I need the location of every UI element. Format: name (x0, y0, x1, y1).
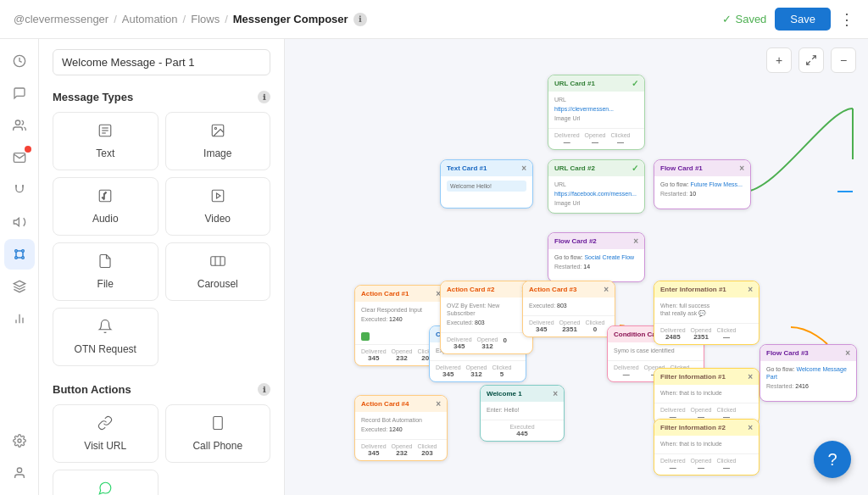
svg-marker-4 (14, 218, 19, 225)
message-types-section: Message Types ℹ Text Image (39, 82, 284, 375)
node-flow-card-2[interactable]: Flow Card #2 × Go to flow: Social Create… (548, 232, 645, 282)
card-file[interactable]: File (53, 242, 159, 301)
expand-canvas-button[interactable] (798, 47, 824, 73)
sidebar-item-users[interactable] (4, 110, 35, 141)
breadcrumb-org[interactable]: @clevermessenger (14, 13, 108, 25)
message-types-grid: Text Image Audio (53, 112, 270, 301)
otn-icon (97, 319, 113, 338)
node-url-card-2[interactable]: URL Card #2 ✓ URL https://facebook.com/m… (548, 159, 645, 214)
main-layout: Message Types ℹ Text Image (0, 39, 868, 495)
topnav-actions: ✓ Saved Save ⋮ (722, 8, 854, 31)
more-options-button[interactable]: ⋮ (839, 10, 854, 29)
sidebar-item-user[interactable] (4, 458, 35, 488)
svg-rect-31 (214, 417, 223, 430)
breadcrumb-current: Messenger Composer (233, 13, 348, 25)
card-call-phone[interactable]: Call Phone (165, 404, 271, 463)
svg-point-5 (14, 250, 17, 253)
breadcrumb-automation[interactable]: Automation (122, 13, 178, 25)
node-enter-information-1[interactable]: Enter Information #1 × When: full succes… (654, 281, 760, 345)
carousel-label: Carousel (198, 278, 238, 290)
svg-line-45 (807, 61, 810, 64)
text-icon (97, 123, 113, 142)
flow-canvas: + − (285, 39, 868, 495)
text-label: Text (96, 147, 114, 159)
carousel-icon (210, 253, 225, 273)
svg-rect-26 (212, 190, 224, 202)
card-visit-url[interactable]: Visit URL (53, 404, 159, 463)
call-phone-label: Call Phone (192, 440, 242, 452)
card-otn[interactable]: OTN Request (53, 308, 159, 366)
sidebar-item-layers[interactable] (4, 271, 35, 302)
add-node-button[interactable]: + (766, 47, 792, 73)
button-actions-grid: Visit URL Call Phone (53, 404, 270, 463)
canvas-toolbar: + − (766, 47, 856, 73)
saved-status: ✓ Saved (722, 13, 766, 25)
zoom-out-button[interactable]: − (831, 47, 856, 73)
svg-point-24 (214, 127, 216, 129)
flow-title-input[interactable] (53, 49, 270, 75)
whatsapp-icon (97, 481, 113, 495)
file-icon (97, 253, 113, 273)
node-url-card-1[interactable]: URL Card #1 ✓ URL https://clevermessen..… (548, 75, 645, 150)
button-actions-header: Button Actions ℹ (53, 383, 270, 396)
svg-point-1 (15, 120, 19, 125)
node-filter-information-2[interactable]: Filter Information #2 × When: that is to… (654, 419, 760, 476)
svg-rect-25 (100, 190, 112, 202)
card-image[interactable]: Image (165, 112, 271, 170)
node-action-card-4[interactable]: Action Card #4 × Record Bot Automation E… (354, 395, 448, 461)
sidebar-item-messages[interactable] (4, 142, 35, 173)
card-carousel[interactable]: Carousel (165, 242, 271, 301)
svg-point-18 (17, 468, 21, 472)
svg-point-7 (21, 257, 24, 259)
card-text[interactable]: Text (53, 112, 159, 170)
button-actions-section: Button Actions ℹ Visit URL Call Phone (39, 375, 284, 495)
svg-marker-13 (14, 281, 25, 286)
node-action-card-2[interactable]: Action Card #2 × OVZ By Event: New Subsc… (440, 281, 533, 354)
save-button[interactable]: Save (775, 8, 831, 31)
checkmark-icon: ✓ (722, 13, 732, 25)
image-icon (210, 123, 225, 142)
svg-marker-27 (216, 193, 220, 198)
breadcrumb-flows[interactable]: Flows (191, 13, 220, 25)
sidebar-item-chart[interactable] (4, 303, 35, 334)
svg-point-6 (21, 250, 24, 253)
video-icon (210, 188, 225, 208)
notification-badge (25, 146, 31, 153)
visit-url-icon (97, 415, 113, 435)
node-flow-card-1[interactable]: Flow Card #1 × Go to flow: Future Flow M… (654, 159, 751, 209)
message-types-info-icon[interactable]: ℹ (258, 91, 270, 103)
message-types-header: Message Types ℹ (53, 91, 270, 103)
breadcrumb: @clevermessenger / Automation / Flows / … (14, 13, 367, 26)
svg-point-8 (14, 257, 17, 259)
svg-point-17 (18, 439, 21, 442)
call-phone-icon (210, 415, 225, 435)
file-label: File (97, 278, 114, 290)
svg-line-44 (812, 56, 815, 59)
image-label: Image (203, 147, 231, 159)
sidebar-item-magnet[interactable] (4, 175, 35, 205)
sidebar-item-home[interactable] (4, 46, 35, 76)
button-actions-info-icon[interactable]: ℹ (258, 383, 270, 396)
card-video[interactable]: Video (165, 177, 271, 236)
sidebar-item-chat[interactable] (4, 78, 35, 108)
top-navigation: @clevermessenger / Automation / Flows / … (0, 0, 868, 39)
node-action-card-3[interactable]: Action Card #3 × Executed: 803 Delivered… (522, 281, 615, 337)
left-panel: Message Types ℹ Text Image (39, 39, 285, 495)
video-label: Video (205, 213, 231, 225)
visit-url-label: Visit URL (84, 440, 126, 452)
panel-header (39, 39, 284, 82)
card-whatsapp[interactable]: WhatsApp (53, 470, 159, 495)
node-flow-card-3[interactable]: Flow Card #3 × Go to flow: Welcome Messa… (760, 344, 857, 402)
audio-label: Audio (92, 213, 119, 225)
node-filter-information-1[interactable]: Filter Information #1 × When: that is to… (654, 368, 760, 425)
icon-sidebar (0, 39, 39, 495)
card-audio[interactable]: Audio (53, 177, 159, 236)
sidebar-item-settings[interactable] (4, 425, 35, 456)
info-icon[interactable]: ℹ (353, 13, 367, 26)
node-text-card-1[interactable]: Text Card #1 × Welcome Hello! (440, 159, 533, 209)
node-welcome-1[interactable]: Welcome 1 × Enter: Hello! Executed445 (480, 385, 565, 442)
sidebar-item-automation[interactable] (4, 239, 35, 270)
help-fab-button[interactable]: ? (814, 441, 851, 478)
svg-rect-28 (211, 257, 225, 266)
sidebar-item-megaphone[interactable] (4, 207, 35, 237)
